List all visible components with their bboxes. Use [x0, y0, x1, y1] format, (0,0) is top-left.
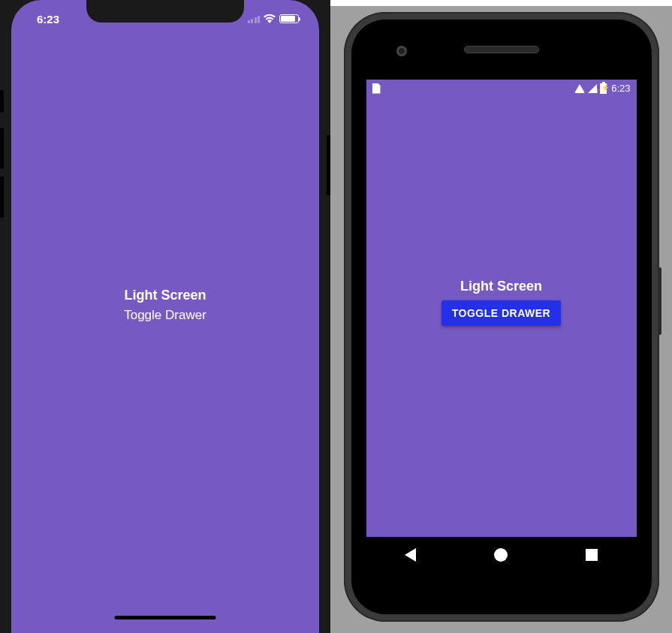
ios-clock: 6:23: [37, 13, 59, 26]
iphone-device: 6:23 Light Screen Toggle Drawer: [0, 0, 330, 633]
android-status-bar: ⚡ 6:23: [366, 80, 637, 98]
iphone-notch: [86, 0, 244, 23]
android-status-icons: ⚡ 6:23: [574, 83, 630, 94]
battery-charging-icon: ⚡: [600, 83, 607, 94]
iphone-volume-up: [0, 128, 4, 169]
android-power-button: [658, 267, 661, 335]
back-button-icon[interactable]: [405, 548, 416, 562]
toggle-drawer-button[interactable]: TOGGLE DRAWER: [441, 300, 561, 326]
android-screen: ⚡ 6:23 Light Screen TOGGLE DRAWER: [366, 80, 637, 573]
home-button-icon[interactable]: [494, 548, 508, 562]
sd-card-icon: [372, 83, 381, 94]
battery-icon: [279, 14, 299, 23]
iphone-screen: 6:23 Light Screen Toggle Drawer: [11, 0, 319, 633]
cellular-signal-icon: [248, 15, 261, 23]
home-indicator[interactable]: [115, 616, 216, 619]
iphone-volume-down: [0, 176, 4, 218]
android-app-content: Light Screen TOGGLE DRAWER: [366, 98, 637, 537]
android-nav-bar: [366, 537, 637, 573]
page-title: Light Screen: [124, 288, 206, 303]
android-clock: 6:23: [611, 83, 630, 94]
ios-status-icons: [248, 14, 300, 23]
cellular-signal-icon: [588, 84, 597, 93]
iphone-mute-switch: [0, 90, 4, 113]
android-top-bezel: [351, 20, 652, 80]
earpiece-speaker: [464, 46, 539, 53]
android-device: ⚡ 6:23 Light Screen TOGGLE DRAWER: [330, 0, 672, 633]
wifi-icon: [574, 84, 585, 93]
recent-apps-button-icon[interactable]: [586, 549, 598, 561]
ios-app-content: Light Screen Toggle Drawer: [11, 0, 319, 633]
toggle-drawer-button[interactable]: Toggle Drawer: [124, 308, 206, 323]
page-title: Light Screen: [460, 279, 542, 294]
android-frame: ⚡ 6:23 Light Screen TOGGLE DRAWER: [344, 12, 659, 622]
wifi-icon: [264, 14, 276, 23]
android-bezel: ⚡ 6:23 Light Screen TOGGLE DRAWER: [351, 20, 652, 614]
front-camera: [396, 46, 407, 56]
